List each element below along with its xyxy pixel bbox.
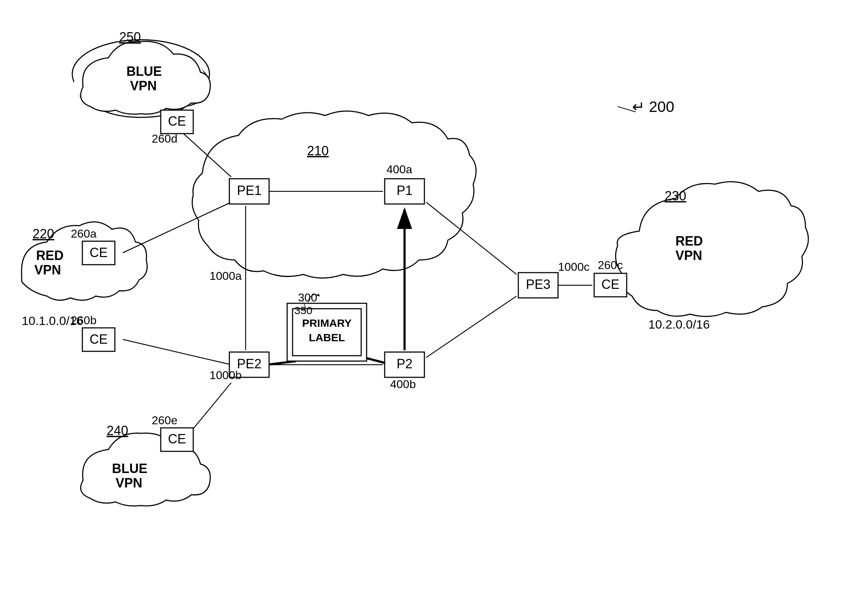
ce-blue-bot-label: CE [168, 431, 186, 446]
svg-line-15 [123, 339, 231, 365]
svg-line-20 [426, 296, 516, 357]
svg-text:VPN: VPN [116, 475, 142, 491]
label-260a: 260a [71, 227, 96, 240]
p1-label: P1 [397, 183, 413, 198]
ref-200: ↵ 200 [632, 98, 674, 115]
pe3-label: PE3 [526, 277, 551, 292]
p2-label: P2 [397, 356, 413, 371]
cloud-blue-top-label: BLUE [126, 64, 162, 79]
svg-text:VPN: VPN [130, 78, 157, 93]
svg-text:RED: RED [36, 248, 64, 263]
cloud-core-ref: 210 [307, 143, 329, 158]
label-260b: 260b [71, 314, 96, 327]
cloud-blue-top: BLUE VPN 250 [72, 30, 210, 118]
svg-text:RED: RED [675, 234, 703, 248]
subnet-10-2: 10.2.0.0/16 [648, 317, 710, 331]
svg-text:VPN: VPN [34, 262, 61, 277]
label-1000a: 1000a [209, 270, 242, 282]
cloud-red-right: RED VPN 230 10.2.0.0/16 [615, 182, 808, 331]
diagram-svg: ↵ 200 BLUE VPN 250 RED VPN 220 10.1.0.0/… [0, 0, 860, 616]
svg-text:BLUE: BLUE [112, 461, 148, 476]
cloud-red-right-ref: 230 [665, 188, 686, 203]
cloud-blue-top-ref: 250 [119, 30, 141, 44]
label-1000c: 1000c [558, 260, 590, 273]
pe1-label: PE1 [237, 183, 262, 198]
primary-label-ref-300: 300 [298, 291, 317, 304]
primary-label-text2: LABEL [309, 331, 345, 343]
primary-label-ref-350: 350 [294, 304, 312, 316]
label-400b: 400b [390, 378, 416, 391]
svg-text:VPN: VPN [675, 248, 702, 263]
label-260c: 260c [598, 259, 623, 271]
label-260d: 260d [152, 132, 177, 145]
cloud-red-left-ref: 220 [33, 226, 54, 241]
primary-label-text1: PRIMARY [302, 317, 352, 329]
ce-blue-top-label: CE [168, 114, 186, 129]
ce-right-label: CE [601, 277, 620, 292]
cloud-blue-bot-ref: 240 [107, 423, 128, 438]
label-260e: 260e [152, 414, 177, 427]
ce-red-a-label: CE [89, 245, 108, 260]
label-1000b: 1000b [209, 369, 242, 382]
label-400a: 400a [386, 163, 412, 176]
ce-red-b-label: CE [89, 332, 108, 346]
